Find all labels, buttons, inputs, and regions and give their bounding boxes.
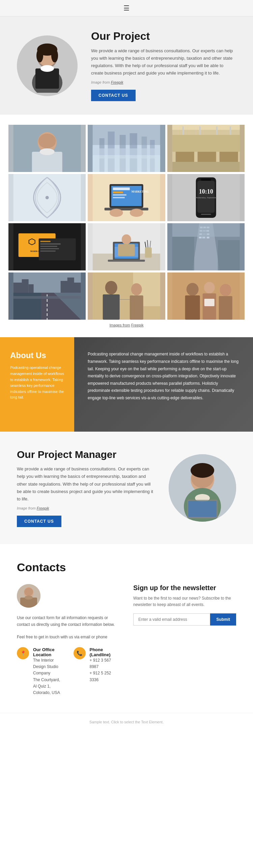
svg-rect-108: [13, 296, 81, 299]
svg-rect-42: [113, 197, 125, 198]
pm-title: Our Project Manager: [17, 449, 155, 461]
svg-rect-65: [40, 246, 57, 247]
svg-point-5: [51, 49, 58, 62]
svg-rect-33: [172, 135, 240, 152]
hamburger-menu-icon[interactable]: ☰: [123, 4, 130, 12]
contacts-title: Contacts: [17, 561, 236, 574]
pm-image-credit: Image from Freepik: [17, 506, 155, 510]
about-sidebar: About Us Podcasting operational change m…: [0, 337, 74, 432]
svg-point-121: [204, 282, 215, 293]
contact-office: 📍 Our Office Location The Interior Desig…: [17, 647, 63, 696]
svg-rect-29: [172, 162, 240, 172]
newsletter-email-input[interactable]: [133, 613, 210, 626]
svg-point-136: [24, 588, 33, 596]
contacts-left: Use our contact form for all information…: [17, 584, 120, 696]
gallery-item-road: [8, 272, 86, 320]
newsletter-submit-button[interactable]: Submit: [210, 613, 236, 626]
svg-point-119: [186, 283, 198, 296]
svg-rect-31: [197, 152, 216, 162]
svg-rect-101: [29, 284, 34, 293]
about-main-text: Podcasting operational change management…: [74, 337, 253, 432]
svg-rect-64: [40, 243, 61, 244]
gallery-item-meeting1: [88, 272, 165, 320]
phone-line1: + 912 3 567 8987: [90, 657, 120, 670]
about-section: About Us Podcasting operational change m…: [0, 337, 253, 432]
contacts-grid: Use our contact form for all information…: [17, 584, 236, 696]
svg-point-138: [25, 596, 33, 600]
gallery-item-office: [167, 125, 245, 172]
svg-rect-94: [172, 237, 194, 270]
hero-description: We provide a wide range of business cons…: [91, 47, 236, 77]
pm-description: We provide a wide range of business cons…: [17, 465, 155, 502]
svg-rect-39: [113, 187, 130, 190]
office-label: Our Office Location: [33, 647, 63, 657]
svg-text:Wednesday, September: Wednesday, September: [195, 196, 217, 199]
contact-info-row: 📍 Our Office Location The Interior Desig…: [17, 647, 120, 696]
svg-rect-63: [40, 241, 51, 242]
pm-contact-button[interactable]: CONTACT US: [17, 516, 61, 527]
newsletter-title: Sign up for the newsletter: [133, 584, 236, 592]
hero-avatar: [17, 35, 78, 96]
about-title: About Us: [10, 351, 64, 360]
svg-point-112: [105, 281, 117, 294]
svg-rect-43: [105, 208, 148, 210]
svg-rect-40: [113, 192, 123, 193]
gallery-item-meeting2: [167, 272, 245, 320]
svg-rect-41: [113, 194, 126, 196]
project-manager-section: Our Project Manager We provide a wide ra…: [0, 432, 253, 544]
phone-label: Phone (Landline): [90, 647, 120, 657]
svg-rect-32: [219, 152, 238, 162]
newsletter-form: Submit: [133, 613, 236, 626]
svg-rect-124: [219, 296, 232, 320]
svg-rect-92: [202, 237, 205, 238]
pm-content: Our Project Manager We provide a wide ra…: [17, 449, 155, 527]
newsletter-description: Want to be the first to read our news? S…: [133, 595, 236, 608]
gallery-grid: MARKETING 10:10 Wednesday, September: [8, 125, 245, 320]
svg-point-123: [220, 284, 231, 296]
gallery-item-laptop-marketing: MARKETING: [88, 174, 165, 221]
contact-phone: 📞 Phone (Landline) + 912 3 567 8987 + 91…: [74, 647, 120, 696]
gallery-item-desk-setup: [88, 223, 165, 270]
svg-point-129: [191, 463, 214, 478]
header: ☰: [0, 0, 253, 17]
contact-sub-description: Feel free to get in touch with us via em…: [17, 634, 120, 640]
svg-rect-22: [93, 155, 160, 172]
hero-content: Our Project We provide a wide range of b…: [91, 30, 236, 101]
svg-point-4: [36, 49, 43, 62]
svg-rect-125: [204, 299, 214, 306]
svg-rect-115: [130, 295, 143, 320]
gallery-section: MARKETING 10:10 Wednesday, September: [0, 115, 253, 337]
svg-rect-95: [218, 240, 240, 270]
hero-section: Our Project We provide a wide range of b…: [0, 17, 253, 115]
svg-rect-133: [188, 501, 217, 517]
svg-rect-91: [199, 237, 201, 238]
svg-point-12: [40, 148, 55, 155]
gallery-item-city: [88, 125, 165, 172]
svg-point-45: [110, 209, 123, 217]
contact-description: Use our contact form for all information…: [17, 614, 120, 628]
svg-rect-30: [175, 152, 194, 162]
svg-rect-113: [103, 294, 120, 320]
hero-contact-button[interactable]: CONTACT US: [91, 90, 136, 101]
gallery-credit: Images from Freepik: [8, 323, 245, 334]
contacts-section: Contacts Use our contact form for all in…: [0, 544, 253, 713]
hero-title: Our Project: [91, 30, 236, 42]
svg-point-46: [130, 209, 143, 217]
svg-rect-79: [118, 244, 135, 256]
svg-rect-122: [202, 293, 216, 320]
contacts-right: Sign up for the newsletter Want to be th…: [133, 584, 236, 626]
svg-rect-73: [108, 260, 145, 262]
svg-text:10:10: 10:10: [199, 188, 213, 195]
gallery-item-architecture: [8, 174, 86, 221]
hero-image-credit: Image from Freepik: [91, 80, 236, 84]
svg-point-35: [46, 196, 49, 199]
svg-rect-93: [206, 237, 209, 238]
location-icon: 📍: [17, 647, 29, 659]
svg-rect-120: [185, 295, 200, 320]
contact-avatar: [17, 584, 40, 608]
svg-text:MARKETING: MARKETING: [132, 190, 149, 193]
svg-rect-50: [201, 179, 211, 181]
svg-rect-74: [145, 248, 152, 258]
about-sidebar-text: Podcasting operational change management…: [10, 365, 64, 401]
contacts-person-row: [17, 584, 120, 608]
